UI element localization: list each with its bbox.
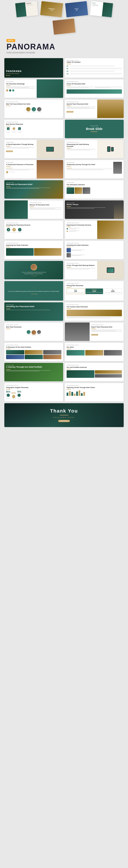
slide-34-trends[interactable]: Panorama Hotel Exploring Trends Through …: [65, 383, 124, 401]
angled-slide-3: Welcome: [65, 1, 88, 17]
slide-3-image: [37, 80, 63, 98]
strive-img-2: [85, 350, 103, 355]
slide-26-cosmos[interactable]: Panorama Hotel The Cosmos Hotel Panorama: [65, 302, 124, 321]
slide-3-title: The Panorama Advantage: [6, 83, 35, 85]
crafting-avatar: [31, 264, 37, 271]
unveiling-icon-2: ★: [12, 228, 17, 233]
slide-6-image: [97, 99, 124, 118]
slide-18-exploring[interactable]: Panorama Hotel Exploring Our Panorama Se…: [65, 221, 124, 239]
thankyou-button: PANORAMA: [58, 420, 70, 422]
brand-header: PPTX. PANORAMA hotel presentation templa…: [0, 36, 128, 56]
service-icon-1: ★: [6, 127, 10, 133]
slide-24-pricing[interactable]: Panorama Hotel Pricing Plan Panorama Bas…: [65, 281, 124, 301]
slide-25-unveiling2[interactable]: Panorama Hotel Unveiling Our Panorama Ho…: [4, 302, 63, 321]
slide-6-special[interactable]: Panorama Hotel Special Team Panorama Hot…: [65, 99, 124, 118]
slide-20-unveil-hotel[interactable]: Panorama Hotel Unveiling Our Hotel Colle…: [65, 241, 124, 259]
slide-22-device: [97, 261, 124, 279]
slide-10-title: Showcasing Our Hotel Mockup Concepts: [67, 143, 95, 147]
slide-23-quote[interactable]: " Luxury is not defined by opulence alon…: [4, 281, 63, 301]
team-avatar-3: [37, 330, 41, 334]
portfolio-img-4: [6, 355, 24, 359]
slide-12-person-image: [113, 162, 122, 174]
crafting-quote: "Luxury is not defined by opulence alone…: [22, 272, 46, 275]
slide-9-visual[interactable]: Panorama A Visual Exploration Through Mo…: [4, 140, 63, 158]
slide-7-services[interactable]: Panorama Hotel Best Service Panorama ★ ♦: [4, 120, 63, 138]
slide-30-title: Our strive: [67, 346, 122, 348]
slide-10-device: [97, 140, 124, 158]
portfolio-img-6: [43, 355, 61, 359]
slide-5-team[interactable]: Panorama Hotel Meet The Faces Behind Our…: [4, 99, 63, 118]
slide-11-testimonial[interactable]: Panorama A Testimonial Showcase of Panor…: [4, 160, 63, 179]
slide-29-portfolio-showcase[interactable]: Panorama Hotel A Showcase Of Our Hotel P…: [4, 343, 63, 361]
slide-5-title: Meet The Faces Behind Our Hotel: [6, 103, 61, 105]
hotel-unveil-img-2: [67, 253, 71, 257]
strive-img-1: [67, 350, 85, 355]
slide-17-title: Unveiling Our Panorama Services: [6, 224, 61, 226]
slide-1-hero[interactable]: PANORAMA hotel presentation template: [4, 58, 63, 78]
slide-30-strive[interactable]: Panorama Hotel Our strive: [65, 343, 124, 361]
slide-24-title: Pricing Plan Panorama: [67, 285, 122, 286]
slide-23-author: — The Founder: [30, 293, 37, 294]
slide-25-title: Unveiling Our Panorama Hotel: [6, 305, 61, 308]
slide-28-person: [65, 322, 90, 341]
slide-32-next-portfolio[interactable]: Panorama Hotel Our next Portfolio Univer…: [65, 363, 124, 381]
slide-8-break[interactable]: Panorama Hotel Break Slide: [65, 120, 124, 138]
slide-15-mission[interactable]: Panorama Hotel Mission Of Panorama Hotel: [4, 200, 63, 219]
thankyou-subtitle: Panorama Hotel: [50, 416, 78, 418]
slide-19-title: Exploring Our Hotel Collection: [6, 244, 61, 246]
slide-4-vision[interactable]: Panorama Hotel Vision Of Panorama Hotel: [65, 80, 124, 98]
toc-item-1: 01: [67, 65, 122, 67]
slide-2-toc[interactable]: Panorama Hotel Table Of Content 01 02 03…: [65, 58, 124, 78]
slide-28-expert[interactable]: Panorama Hotel Expert Team Panorama Hote…: [65, 322, 124, 341]
slide-2-title: Table Of Content: [67, 61, 122, 63]
slide-1-subtitle: hotel presentation template: [6, 73, 61, 74]
slide-33-infographic[interactable]: Panorama Hotel Infographic Insights Pano…: [4, 383, 63, 401]
slide-23-quote-text: Luxury is not defined by opulence alone …: [8, 290, 59, 292]
portfolio-img-1: [6, 350, 24, 354]
slide-22-title: A Tour Through Hotel Mockup Realism: [67, 265, 95, 266]
brand-title: PANORAMA: [6, 43, 122, 51]
thankyou-title: Thank You: [50, 408, 78, 414]
slide-16-title: Master Halnya: [67, 204, 122, 206]
slide-35-thankyou[interactable]: Thank You Panorama Hotel PANORAMA: [4, 403, 124, 427]
slide-22-tour[interactable]: Panorama Hotel A Tour Through Hotel Mock…: [65, 261, 124, 279]
service-icon-3: ◈: [18, 127, 22, 133]
slide-10-showcase[interactable]: Panorama Hotel Showcasing Our Hotel Mock…: [65, 140, 124, 158]
toc-item-4: 04: [67, 73, 122, 75]
next-portfolio-img-3: [95, 374, 122, 378]
collection-image-1: [67, 187, 74, 194]
slide-29-title: A Showcase Of Our Hotel Portfolio: [6, 346, 61, 348]
slide-27-title: Best Team Panorama: [6, 326, 61, 328]
slide-19-hotel-collection[interactable]: Panorama Hotel Exploring Our Hotel Colle…: [4, 241, 63, 259]
slide-14-collection[interactable]: Panorama The Panorama Collection: [65, 180, 124, 199]
slide-27-best-team[interactable]: Panorama Hotel Best Team Panorama: [4, 322, 63, 341]
slide-16-master[interactable]: Panorama Hotel Master Halnya: [65, 200, 124, 219]
crafting-author: — The Founder: [22, 275, 46, 276]
slide-13-welcome[interactable]: Panorama Hotel Welcome to Panorama Hotel: [4, 180, 63, 199]
slide-12-title: Testimonial Journey Through Our Hotel: [67, 163, 113, 165]
collection-image-3: [83, 187, 90, 194]
team-avatar-1: [27, 330, 31, 334]
angled-slide-1: PANORAMA: [15, 1, 38, 17]
slide-16-person: [114, 204, 124, 219]
slide-17-unveiling[interactable]: Panorama Hotel Unveiling Our Panorama Se…: [4, 221, 63, 239]
slide-12-testimonial2[interactable]: Panorama Testimonial Journey Through Our…: [65, 160, 124, 179]
brand-badge: PPTX.: [6, 39, 15, 42]
slide-20-title: Unveiling Our Hotel Collection: [67, 244, 122, 246]
slide-9-title: A Visual Exploration Through Mockup: [6, 143, 35, 145]
slide-33-title: Infographic Insights Panorama: [6, 386, 61, 389]
toc-item-2: 02: [67, 67, 122, 70]
strive-img-3: [104, 350, 122, 355]
service-icon-2: ♦: [12, 127, 16, 133]
next-portfolio-img-1: [67, 370, 94, 378]
slide-3-advantage[interactable]: Panorama The Panorama Advantage: [4, 80, 63, 98]
bar-chart: [67, 391, 122, 396]
top-angled-slides: PANORAMA PANORAMAHotel Welcome Mission: [0, 0, 128, 36]
slide-9-device: [37, 140, 63, 158]
slide-32-title: Our next Portfolio Universal: [67, 366, 122, 368]
slide-21-crafting[interactable]: "Luxury is not defined by opulence alone…: [4, 261, 63, 279]
slide-31-journey[interactable]: Panorama Hotel A Journey Through Our Hot…: [4, 363, 63, 381]
angled-slide-5: [53, 19, 75, 35]
slide-4-title: Vision Of Panorama Hotel: [67, 83, 122, 85]
angled-slide-2: PANORAMAHotel: [40, 1, 63, 17]
